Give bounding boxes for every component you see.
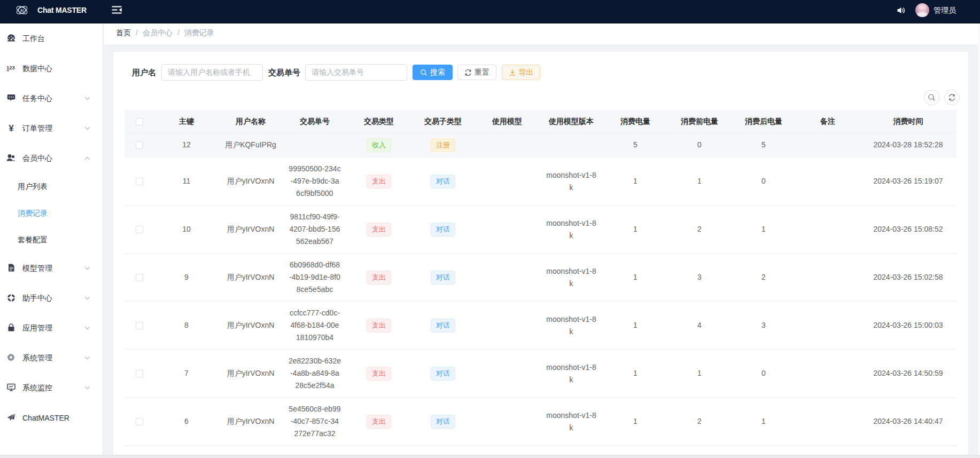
svg-text:AI: AI	[20, 9, 24, 12]
svg-text:123: 123	[6, 65, 15, 70]
svg-text:¥: ¥	[9, 124, 14, 132]
